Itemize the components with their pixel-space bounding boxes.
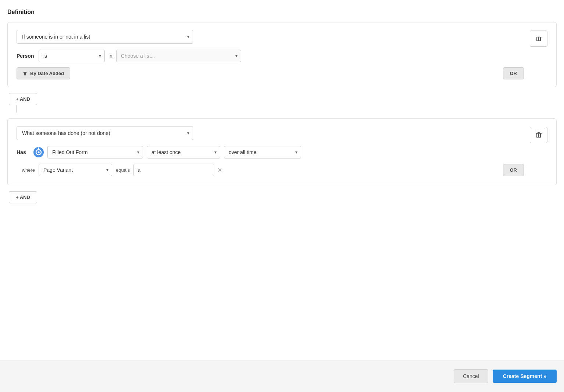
condition-block-1: If someone is in or not in a list Person… bbox=[7, 22, 557, 87]
cancel-button[interactable]: Cancel bbox=[454, 369, 488, 383]
trash-icon-2 bbox=[536, 132, 542, 138]
is-select-wrapper: is bbox=[39, 50, 105, 62]
delete-button-1[interactable] bbox=[530, 31, 547, 47]
has-row: Has Filled Out Form bbox=[17, 146, 524, 158]
in-label: in bbox=[108, 53, 113, 59]
footer-bar: Cancel Create Segment » bbox=[0, 360, 564, 392]
condition-type-wrapper-2: What someone has done (or not done) bbox=[17, 126, 193, 140]
by-date-added-button[interactable]: By Date Added bbox=[17, 67, 70, 79]
condition-type-wrapper-1: If someone is in or not in a list bbox=[17, 30, 193, 44]
and-connector-2: + AND bbox=[7, 191, 557, 203]
value-input[interactable] bbox=[133, 164, 214, 176]
or-button-2[interactable]: OR bbox=[503, 164, 524, 176]
create-segment-button[interactable]: Create Segment » bbox=[493, 370, 557, 383]
condition-type-select-1[interactable]: If someone is in or not in a list bbox=[17, 30, 193, 44]
activity-select-wrapper: Filled Out Form bbox=[47, 146, 143, 158]
list-select-wrapper: Choose a list... bbox=[116, 50, 241, 62]
frequency-select[interactable]: at least once bbox=[147, 146, 220, 158]
and-line-1 bbox=[16, 105, 17, 113]
time-select-wrapper: over all time bbox=[224, 146, 301, 158]
svg-rect-2 bbox=[538, 36, 540, 36]
person-label: Person bbox=[17, 53, 35, 59]
variant-select-wrapper: Page Variant bbox=[39, 164, 112, 176]
time-select[interactable]: over all time bbox=[224, 146, 301, 158]
trash-icon-1 bbox=[536, 35, 542, 42]
equals-label: equals bbox=[116, 167, 130, 173]
activity-select[interactable]: Filled Out Form bbox=[47, 146, 143, 158]
svg-marker-0 bbox=[23, 72, 27, 75]
svg-point-9 bbox=[38, 152, 40, 153]
where-row: where Page Variant equals ✕ OR bbox=[17, 164, 524, 176]
filter-row-1: By Date Added OR bbox=[17, 67, 524, 79]
page-title: Definition bbox=[7, 9, 557, 15]
and-button-1[interactable]: + AND bbox=[9, 93, 37, 105]
clear-value-button[interactable]: ✕ bbox=[214, 165, 225, 175]
condition-block-2: What someone has done (or not done) Has bbox=[7, 118, 557, 185]
funnel-icon bbox=[23, 72, 27, 75]
svg-rect-12 bbox=[538, 132, 540, 133]
condition-type-select-2[interactable]: What someone has done (or not done) bbox=[17, 126, 193, 140]
activity-icon bbox=[33, 147, 44, 157]
block2-top-row: What someone has done (or not done) bbox=[17, 126, 524, 140]
svg-rect-16 bbox=[536, 137, 541, 138]
list-select[interactable]: Choose a list... bbox=[116, 50, 241, 62]
person-row: Person is in Choose a list... bbox=[17, 50, 524, 62]
has-label: Has bbox=[17, 149, 30, 155]
delete-button-2[interactable] bbox=[530, 127, 547, 143]
and-connector-1: + AND bbox=[7, 93, 557, 113]
value-wrapper: ✕ bbox=[133, 164, 225, 176]
is-select[interactable]: is bbox=[39, 50, 105, 62]
where-label: where bbox=[17, 167, 35, 173]
and-button-2[interactable]: + AND bbox=[9, 191, 37, 203]
svg-rect-6 bbox=[536, 40, 541, 41]
frequency-select-wrapper: at least once bbox=[147, 146, 220, 158]
or-button-1[interactable]: OR bbox=[503, 67, 524, 79]
variant-select[interactable]: Page Variant bbox=[39, 164, 112, 176]
